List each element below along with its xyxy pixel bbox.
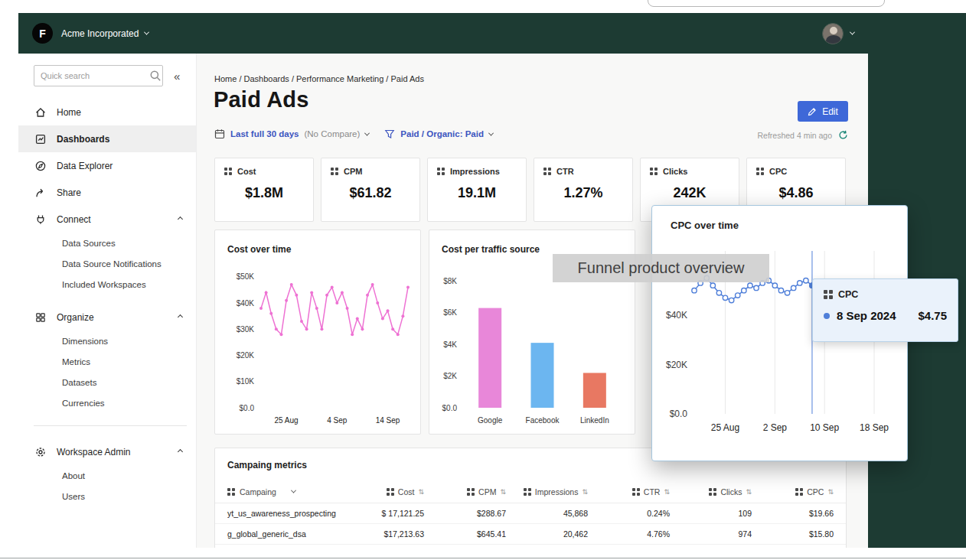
sort-icon: ⇅ [664, 488, 670, 496]
sidebar-item-data-source-notifications[interactable]: Data Source Notifications [18, 253, 196, 274]
table-row[interactable]: yt_us_awareness_prospecting $ 17,121.25 … [215, 503, 846, 524]
sidebar-item-home[interactable]: Home [18, 99, 196, 125]
dimension-icon [227, 488, 235, 496]
table-header-clicks[interactable]: Clicks⇅ [670, 487, 752, 497]
sidebar-nav: Home Dashboards Data Explorer Share Conn… [18, 99, 196, 506]
search-input[interactable] [41, 71, 149, 80]
sidebar-item-datasets[interactable]: Datasets [18, 372, 196, 392]
svg-text:Google: Google [478, 416, 503, 425]
table-row[interactable]: g_global_generic_dsa $17,213.63 $645.41 … [215, 524, 846, 545]
sidebar-divider [34, 425, 187, 426]
metric-icon [756, 168, 764, 175]
chevron-up-icon [178, 314, 183, 320]
sidebar-item-users[interactable]: Users [18, 486, 196, 506]
sidebar-item-about[interactable]: About [18, 465, 196, 486]
sidebar-item-metrics[interactable]: Metrics [18, 351, 196, 372]
svg-text:$0.0: $0.0 [240, 404, 255, 412]
metric-icon [824, 290, 833, 299]
sidebar-section-organize[interactable]: Organize [18, 304, 196, 330]
table-header-row: Campaing Cost⇅ CPM⇅ Impressions⇅ CTR⇅ Cl… [215, 480, 846, 503]
series-dot-icon [824, 313, 830, 319]
table-header-ctr[interactable]: CTR⇅ [588, 487, 670, 497]
sidebar-item-data-explorer[interactable]: Data Explorer [18, 152, 196, 179]
cost-per-traffic-source-chart[interactable]: $0.0$2K$4K$6K$8KGoogleFacebookLinkedIn [429, 261, 636, 435]
organize-icon [34, 311, 47, 324]
search-box[interactable] [34, 65, 163, 86]
metric-icon [387, 488, 394, 496]
kpi-value: $61.82 [331, 185, 410, 201]
table-header-impressions[interactable]: Impressions⇅ [506, 487, 588, 497]
sidebar-item-dimensions[interactable]: Dimensions [18, 330, 196, 351]
page-bottom-divider [0, 558, 966, 558]
funnel-product-overview-label: Funnel product overview [553, 254, 769, 282]
svg-text:$4K: $4K [443, 340, 457, 349]
sidebar-section-connect[interactable]: Connect [18, 206, 196, 233]
chart-title: Cost over time [227, 244, 291, 255]
svg-text:$10K: $10K [237, 377, 255, 386]
kpi-card-ctr[interactable]: CTR 1.27% [534, 158, 633, 222]
gear-icon [34, 446, 47, 458]
chevron-up-icon [178, 449, 183, 454]
metric-icon [331, 168, 338, 175]
chevron-down-icon[interactable] [850, 30, 855, 35]
org-selector[interactable]: Acme Incorporated [61, 28, 148, 39]
search-icon [149, 70, 162, 82]
sidebar-item-currencies[interactable]: Currencies [18, 392, 196, 413]
sidebar: « Home Dashboards Data Explorer Share [18, 54, 197, 548]
kpi-card-cpm[interactable]: CPM $61.82 [321, 158, 420, 222]
segment-filter[interactable]: Paid / Organic: Paid [384, 129, 493, 139]
calendar-icon [214, 129, 225, 139]
avatar[interactable] [822, 23, 844, 44]
svg-text:25 Aug: 25 Aug [711, 422, 739, 433]
chevron-up-icon [178, 217, 183, 222]
metric-icon [709, 488, 716, 496]
browser-artifact [648, 0, 885, 7]
cpc-tooltip: CPC 8 Sep 2024 $4.75 [812, 278, 958, 342]
kpi-card-cost[interactable]: Cost $1.8M [214, 158, 314, 222]
sidebar-item-share[interactable]: Share [18, 179, 196, 206]
popup-title: CPC over time [671, 220, 739, 231]
desktop-left-strip [0, 13, 18, 548]
metric-icon [524, 488, 531, 496]
sidebar-item-included-workspaces[interactable]: Included Workspaces [18, 274, 196, 295]
campaign-metrics-card: Campaing metrics Campaing Cost⇅ CPM⇅ Imp… [214, 448, 847, 548]
svg-text:$6K: $6K [443, 308, 457, 317]
sidebar-item-dashboards[interactable]: Dashboards [18, 125, 196, 152]
table-header-campaign[interactable]: Campaing [227, 487, 342, 497]
kpi-value: $4.86 [756, 185, 836, 201]
date-range-filter[interactable]: Last full 30 days (No Compare) [214, 129, 369, 139]
breadcrumb[interactable]: Home / Dashboards / Performance Marketin… [214, 74, 424, 83]
chevron-down-icon [364, 130, 370, 135]
kpi-card-impressions[interactable]: Impressions 19.1M [427, 158, 527, 222]
kpi-value: $1.8M [224, 185, 304, 201]
svg-text:$20K: $20K [666, 360, 687, 370]
kpi-value: 242K [650, 185, 729, 201]
edit-button[interactable]: Edit [798, 101, 848, 122]
sidebar-section-workspace-admin[interactable]: Workspace Admin [18, 438, 196, 465]
refresh-status: Refreshed 4 min ago [758, 130, 848, 140]
funnel-logo[interactable]: F [32, 23, 53, 44]
table-header-cpc[interactable]: CPC⇅ [752, 487, 834, 497]
cost-over-time-chart[interactable]: $0.0$10K$20K$30K$40K$50K25 Aug4 Sep14 Se… [215, 261, 422, 435]
sidebar-collapse-icon[interactable]: « [174, 70, 179, 83]
sidebar-item-data-sources[interactable]: Data Sources [18, 233, 196, 253]
pencil-icon [808, 107, 817, 116]
metric-icon [437, 168, 445, 175]
svg-text:$0.0: $0.0 [442, 404, 458, 412]
refresh-icon[interactable] [838, 130, 848, 140]
svg-text:$40K: $40K [237, 299, 255, 308]
app-header: F Acme Incorporated [18, 13, 868, 54]
table-header-cpm[interactable]: CPM⇅ [424, 487, 506, 497]
search-row: « [18, 54, 196, 94]
refreshed-text: Refreshed 4 min ago [758, 131, 832, 140]
svg-text:14 Sep: 14 Sep [376, 416, 400, 425]
data-explorer-icon [34, 160, 47, 172]
svg-text:$30K: $30K [237, 325, 255, 334]
sort-icon: ⇅ [827, 488, 834, 496]
connect-icon [34, 213, 47, 226]
page-title: Paid Ads [214, 87, 309, 112]
table-header-cost[interactable]: Cost⇅ [342, 487, 424, 497]
svg-text:LinkedIn: LinkedIn [580, 416, 609, 425]
sort-icon: ⇅ [418, 488, 424, 496]
header-right [822, 23, 854, 44]
